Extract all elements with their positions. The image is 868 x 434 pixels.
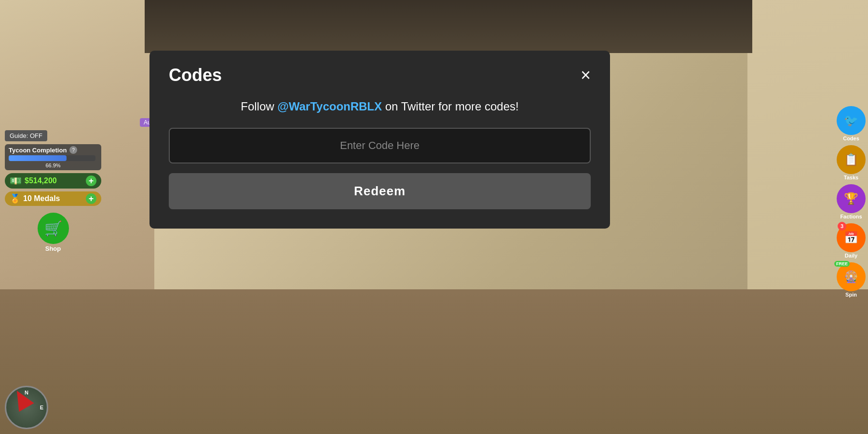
factions-label: Factions bbox=[840, 214, 862, 219]
shop-label: Shop bbox=[45, 245, 61, 252]
codes-label: Codes bbox=[843, 136, 859, 141]
daily-icon: 📅 bbox=[844, 231, 858, 244]
compass-circle: N E bbox=[5, 386, 48, 429]
progress-text: 66.9% bbox=[9, 163, 97, 168]
spin-icon-circle: 🎡 bbox=[837, 262, 866, 291]
sidebar-item-codes[interactable]: 🐦 Codes bbox=[837, 106, 866, 141]
follow-text: Follow @WarTycoonRBLX on Twitter for mor… bbox=[169, 100, 591, 113]
tycoon-info-icon[interactable]: ? bbox=[69, 146, 77, 154]
sidebar-item-tasks[interactable]: 📋 Tasks bbox=[837, 145, 866, 180]
tasks-icon-circle: 📋 bbox=[837, 145, 866, 174]
modal-header: Codes × bbox=[169, 65, 591, 85]
factions-icon: 🏆 bbox=[844, 192, 858, 205]
sidebar-item-daily[interactable]: 3 📅 Daily bbox=[837, 223, 866, 258]
guide-button[interactable]: Guide: OFF bbox=[5, 130, 47, 141]
add-medals-button[interactable]: + bbox=[86, 193, 96, 204]
shop-icon-circle: 🛒 bbox=[38, 213, 69, 244]
spin-label: Spin bbox=[845, 292, 857, 298]
shop-button[interactable]: 🛒 Shop bbox=[5, 213, 101, 252]
compass-arrow bbox=[9, 386, 34, 412]
follow-text-after: on Twitter for more codes! bbox=[382, 100, 519, 113]
compass: N E bbox=[5, 386, 48, 429]
tycoon-completion-panel: Tycoon Completion ? 66.9% bbox=[5, 144, 101, 170]
spin-icon: 🎡 bbox=[844, 270, 858, 284]
tasks-label: Tasks bbox=[844, 175, 858, 180]
progress-bar-background bbox=[9, 155, 95, 161]
twitter-icon: 🐦 bbox=[844, 114, 858, 127]
ui-topleft: Guide: OFF Tycoon Completion ? 66.9% 💵 $… bbox=[5, 130, 101, 252]
modal-title: Codes bbox=[169, 65, 222, 85]
codes-icon-circle: 🐦 bbox=[837, 106, 866, 135]
tycoon-label-row: Tycoon Completion ? bbox=[9, 146, 97, 154]
follow-text-before: Follow bbox=[241, 100, 277, 113]
top-dark-area bbox=[145, 0, 752, 53]
daily-label: Daily bbox=[845, 253, 857, 258]
tasks-icon: 📋 bbox=[844, 153, 858, 166]
sidebar-item-spin[interactable]: FREE 🎡 Spin bbox=[837, 262, 866, 298]
follow-handle[interactable]: @WarTycoonRBLX bbox=[277, 100, 382, 113]
tycoon-label: Tycoon Completion bbox=[9, 147, 67, 154]
spin-badge: FREE bbox=[834, 261, 850, 267]
medals-amount: 10 Medals bbox=[23, 194, 60, 203]
factions-icon-circle: 🏆 bbox=[837, 184, 866, 213]
right-sidebar: 🐦 Codes 📋 Tasks 🏆 Factions 3 📅 Daily FRE… bbox=[837, 106, 866, 298]
redeem-button[interactable]: Redeem bbox=[169, 173, 591, 209]
close-modal-button[interactable]: × bbox=[581, 67, 591, 84]
add-money-button[interactable]: + bbox=[86, 176, 96, 186]
medals-row: 🏅 10 Medals + bbox=[5, 191, 101, 206]
code-input[interactable] bbox=[169, 128, 591, 163]
codes-modal: Codes × Follow @WarTycoonRBLX on Twitter… bbox=[149, 51, 610, 229]
sidebar-item-factions[interactable]: 🏆 Factions bbox=[837, 184, 866, 219]
money-icon: 💵 bbox=[10, 175, 22, 187]
money-row: 💵 $514,200 + bbox=[5, 173, 101, 189]
medals-icon: 🏅 bbox=[10, 193, 20, 204]
money-amount: $514,200 bbox=[25, 176, 57, 185]
daily-badge: 3 bbox=[838, 222, 846, 231]
shop-cart-icon: 🛒 bbox=[44, 220, 62, 237]
compass-east: E bbox=[40, 405, 43, 410]
floor-area bbox=[0, 289, 868, 434]
progress-bar-fill bbox=[9, 155, 67, 161]
